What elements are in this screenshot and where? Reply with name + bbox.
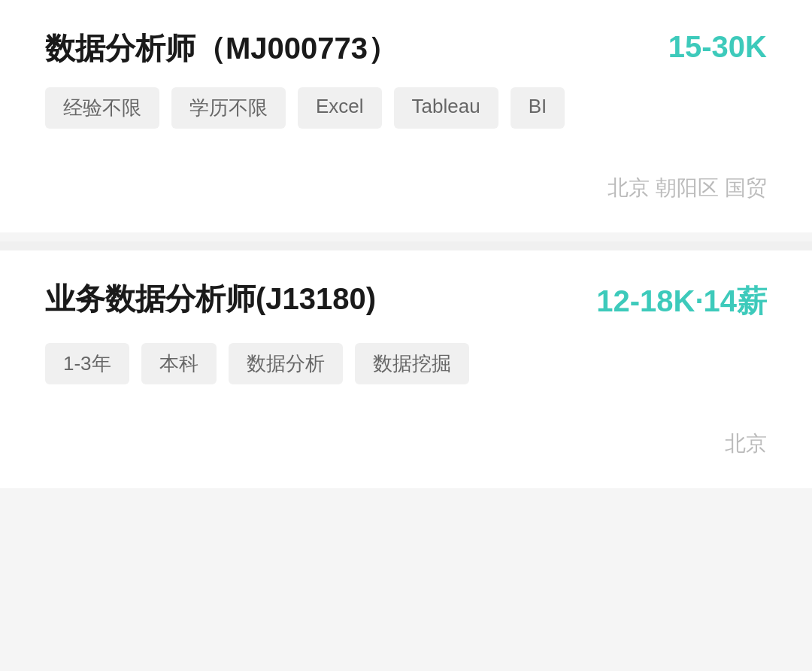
job-title: 业务数据分析师(J13180): [45, 281, 376, 317]
tag: Tableau: [394, 87, 498, 129]
job-header: 数据分析师（MJ000773）15-30K: [45, 30, 767, 66]
job-list: 数据分析师（MJ000773）15-30K经验不限学历不限ExcelTablea…: [0, 0, 812, 488]
tag: 学历不限: [171, 87, 286, 129]
job-location: 北京 朝阳区 国贸: [45, 174, 767, 202]
tag: 数据挖掘: [355, 343, 469, 384]
tag: 经验不限: [45, 87, 159, 129]
tag: 本科: [141, 343, 217, 384]
job-card[interactable]: 数据分析师（MJ000773）15-30K经验不限学历不限ExcelTablea…: [0, 0, 812, 232]
job-salary: 12-18K·14薪: [596, 281, 767, 322]
job-tags: 经验不限学历不限ExcelTableauBI: [45, 87, 767, 129]
job-card[interactable]: 业务数据分析师(J13180)12-18K·14薪1-3年本科数据分析数据挖掘北…: [0, 250, 812, 488]
job-header: 业务数据分析师(J13180)12-18K·14薪: [45, 281, 767, 322]
divider: [0, 241, 812, 250]
job-location: 北京: [45, 430, 767, 458]
tag: 数据分析: [229, 343, 343, 384]
tag: Excel: [298, 87, 382, 129]
job-title: 数据分析师（MJ000773）: [45, 30, 398, 66]
tag: BI: [511, 87, 565, 129]
tag: 1-3年: [45, 343, 129, 384]
job-tags: 1-3年本科数据分析数据挖掘: [45, 343, 767, 384]
job-salary: 15-30K: [668, 30, 767, 64]
